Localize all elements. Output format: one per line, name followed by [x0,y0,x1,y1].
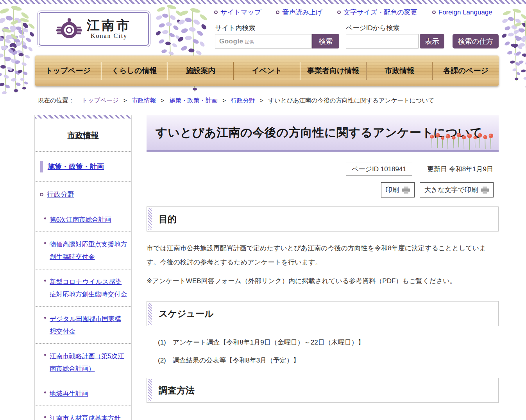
page-id-badge: ページID 1018941 [346,163,412,176]
sidebar-item-link[interactable]: 江南市戦略計画（第5次江南市総合計画） [50,352,124,372]
breadcrumb-link-admin-field[interactable]: 行政分野 [231,97,255,104]
utility-link-label[interactable]: 文字サイズ・配色の変更 [344,8,417,17]
sidebar-item-link[interactable]: 地域再生計画 [50,390,88,397]
site-search-label: サイト内検索 [215,23,255,32]
utility-link-sitemap[interactable]: サイトマップ [214,8,261,17]
sidebar-category-policy-plan: 施策・政策・計画 [35,152,131,182]
nav-item-living-info[interactable]: くらしの情報 [102,56,167,86]
nav-item-top[interactable]: トップページ [35,56,101,86]
utility-nav: サイトマップ 音声読み上げ 文字サイズ・配色の変更 Foreign Langua… [214,8,492,17]
sidebar-subcategory-admin-field: 行政分野 [35,182,131,207]
heading-stripe-icon [148,303,152,325]
bullet-ring-icon [276,11,279,14]
bullet-ring-icon [214,11,218,14]
sidebar-item: 物価高騰対応重点支援地方創生臨時交付金 [35,232,131,269]
utility-link-foreign-language[interactable]: Foreign Language [432,8,492,17]
utility-link-tts[interactable]: 音声読み上げ [276,8,322,17]
sidebar: 市政情報 施策・政策・計画 行政分野 第6次江南市総合計画 物価高騰対応重点支援… [34,115,132,420]
site-logo[interactable]: 江南市 Konan City [37,11,150,47]
breadcrumb-prefix: 現在の位置： [38,97,74,104]
sidebar-title-link[interactable]: 市政情報 [68,131,99,140]
schedule-item-1: (1) アンケート調査【令和8年1月9日（金曜日）～22日（木曜日）】 [147,338,499,347]
konan-city-page: 江南市 Konan City サイトマップ 音声読み上げ 文字サイズ・配色の変更… [0,0,526,420]
breadcrumb-link-policy-plan[interactable]: 施策・政策・計画 [169,97,218,104]
site-search-button[interactable]: 検索 [312,34,339,48]
sidebar-item-link[interactable]: 第6次江南市総合計画 [50,216,111,223]
sidebar-item-link[interactable]: 江南市人材育成基本方針 [50,415,121,420]
bullet-ring-icon [337,11,341,14]
breadcrumb-current: すいとぴあ江南の今後の方向性に関するアンケートについて [268,97,434,104]
poppy-flowers-decoration [429,132,496,150]
category-bar-icon [40,161,43,172]
google-branding: Google提供 [219,38,254,45]
pageid-search-button[interactable]: 表示 [420,34,444,48]
breadcrumb-link-top[interactable]: トップページ [82,97,119,104]
konan-city-emblem-icon [56,18,82,40]
sidebar-item: 江南市人材育成基本方針 [35,406,131,420]
purpose-note-paragraph: ※アンケートWEB回答フォーム（外部リンク）内に掲載されている参考資料（PDF）… [147,274,490,288]
sidebar-item-link[interactable]: 新型コロナウイルス感染症対応地方創生臨時交付金 [50,278,127,298]
nav-item-facilities[interactable]: 施設案内 [168,56,233,86]
nav-item-business[interactable]: 事業者向け情報 [301,56,366,86]
sidebar-item: 第6次江南市総合計画 [35,207,131,232]
print-buttons-row: 印刷 大きな文字で印刷 [147,182,499,197]
purpose-paragraph: 市では江南市公共施設再配置計画で定めたすいとぴあ江南の今後の方向性を令和8年度に… [147,241,490,269]
section-heading-purpose: 目的 [147,206,499,232]
site-logo-text: 江南市 Konan City [87,18,131,39]
breadcrumb-link-city-government[interactable]: 市政情報 [132,97,156,104]
pageid-search-input[interactable] [346,34,419,48]
city-name-en: Konan City [87,32,131,39]
section-heading-schedule: スケジュール [147,301,499,326]
global-navigation: トップページ くらしの情報 施設案内 イベント 事業者向け情報 市政情報 各課の… [35,56,499,86]
utility-link-label[interactable]: サイトマップ [220,8,261,17]
print-button[interactable]: 印刷 [381,182,415,197]
pageid-search-label: ページIDから検索 [346,23,400,32]
sidebar-item-link[interactable]: 物価高騰対応重点支援地方創生臨時交付金 [50,241,127,260]
site-search-input[interactable]: Google提供 [215,34,312,48]
sidebar-item: デジタル田園都市国家構想交付金 [35,307,131,344]
search-help-button[interactable]: 検索の仕方 [453,34,499,48]
breadcrumb-separator: > [260,97,263,104]
section-heading-survey-method: 調査方法 [147,378,499,403]
print-large-button[interactable]: 大きな文字で印刷 [420,182,494,197]
heading-stripe-icon [148,379,152,401]
site-logo-frame: 江南市 Konan City [39,12,149,46]
page-title-banner: すいとぴあ江南の今後の方向性に関するアンケートについて [147,115,499,152]
nav-item-city-government[interactable]: 市政情報 [367,56,433,86]
bullet-ring-icon [432,11,436,14]
utility-link-fontsize-color[interactable]: 文字サイズ・配色の変更 [337,8,417,17]
utility-link-label[interactable]: Foreign Language [438,9,492,16]
section-heading-text: スケジュール [159,308,214,320]
sidebar-item: 江南市戦略計画（第5次江南市総合計画） [35,344,131,381]
schedule-item-2: (2) 調査結果の公表等【令和8年3月（予定）】 [147,356,499,365]
city-name-ja: 江南市 [87,18,131,32]
breadcrumb-separator: > [161,97,165,104]
breadcrumb: 現在の位置： トップページ > 市政情報 > 施策・政策・計画 > 行政分野 >… [38,97,507,105]
nav-item-departments[interactable]: 各課のページ [433,56,499,86]
page-top-stripe-border [0,0,526,4]
nav-item-events[interactable]: イベント [234,56,300,86]
updated-date: 更新日 令和8年1月9日 [427,165,493,174]
section-heading-text: 調査方法 [159,384,195,397]
sidebar-item: 新型コロナウイルス感染症対応地方創生臨時交付金 [35,269,131,307]
site-header: 江南市 Konan City サイトマップ 音声読み上げ 文字サイズ・配色の変更… [0,4,526,56]
sidebar-item: 地域再生計画 [35,381,131,406]
sidebar-item-link[interactable]: デジタル田園都市国家構想交付金 [50,315,121,335]
printer-icon [481,187,489,194]
section-heading-text: 目的 [159,213,177,225]
page-meta-row: ページID 1018941 更新日 令和8年1月9日 [147,163,499,176]
printer-icon [402,187,410,194]
heading-stripe-icon [148,208,152,230]
sidebar-subcategory-link[interactable]: 行政分野 [47,190,74,199]
breadcrumb-separator: > [222,97,226,104]
sidebar-title-city-government: 市政情報 [35,118,131,152]
main-content: すいとぴあ江南の今後の方向性に関するアンケートについて ページID 101894… [147,115,499,403]
utility-link-label[interactable]: 音声読み上げ [282,8,322,17]
sidebar-stripe-border [35,115,131,118]
bullet-ring-icon [40,193,43,196]
breadcrumb-separator: > [123,97,127,104]
sidebar-category-link[interactable]: 施策・政策・計画 [48,162,104,171]
